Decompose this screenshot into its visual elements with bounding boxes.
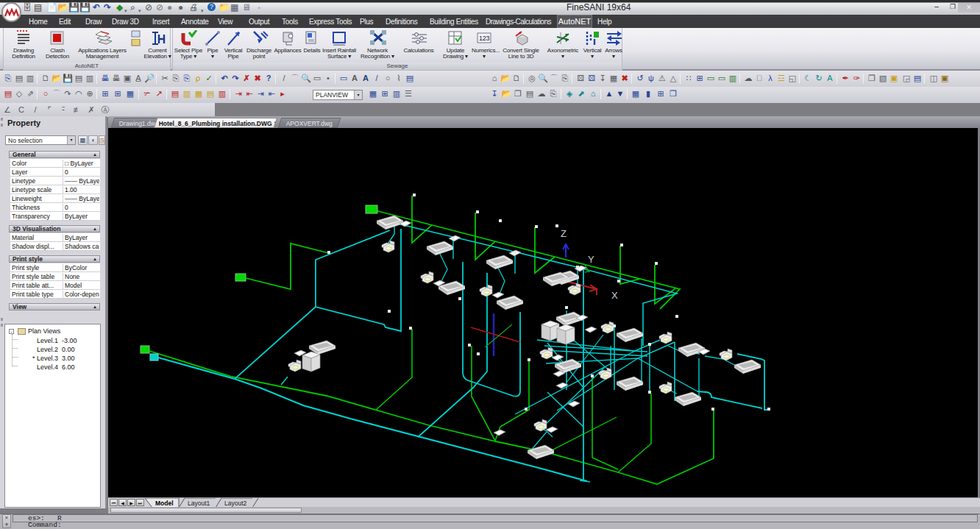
svg-text:Model: Model [155,500,174,507]
svg-text:Layout1: Layout1 [188,500,210,507]
svg-text:Z: Z [561,228,567,239]
svg-text:Layout2: Layout2 [224,500,247,507]
svg-text:123: 123 [479,35,490,42]
svg-text:X: X [611,290,618,301]
svg-text:Y: Y [588,254,594,265]
